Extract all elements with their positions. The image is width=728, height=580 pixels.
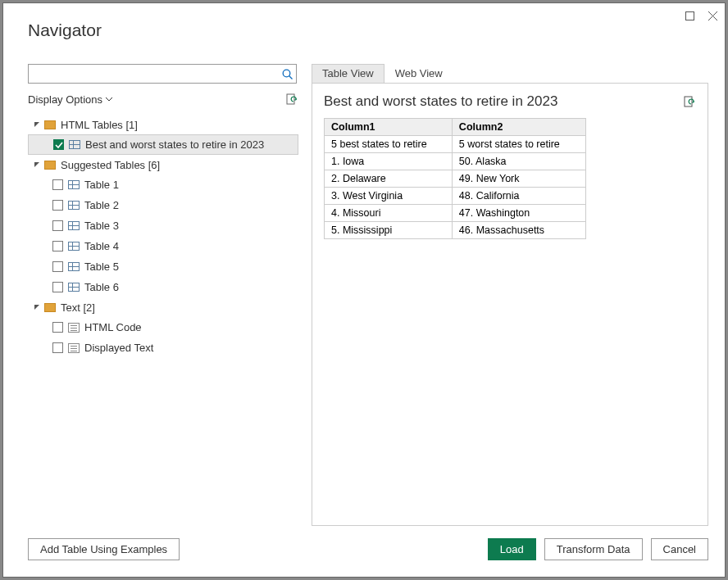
tree-item[interactable]: HTML Code [28,317,298,338]
table-icon [68,221,80,230]
display-options-row: Display Options [28,90,298,108]
content-area: Display Options HTML Tables [1]Best and … [28,64,708,526]
tree-item-label: Table 3 [84,220,119,232]
table-cell: 3. West Virginia [325,188,453,205]
table-cell: 1. Iowa [325,153,453,170]
text-icon [68,343,80,353]
table-cell: 47. Washington [452,205,585,222]
tree-folder[interactable]: Suggested Tables [6] [28,155,298,174]
tree-item-label: Best and worst states to retire in 2023 [85,138,264,151]
tree-folder[interactable]: HTML Tables [1] [28,115,298,134]
tree-item-label: Table 6 [84,281,119,293]
column-header[interactable]: Column1 [325,119,453,136]
table-row[interactable]: 2. Delaware49. New York [325,170,586,188]
chevron-down-icon [106,97,112,102]
checkbox[interactable] [53,139,64,150]
tree-item[interactable]: Table 1 [28,174,298,195]
table-cell: 4. Missouri [325,205,453,222]
caret-down-icon [33,161,41,169]
tree-item[interactable]: Table 3 [28,215,298,236]
folder-icon [44,120,56,129]
caret-down-icon [33,303,41,311]
maximize-button[interactable] [684,10,695,21]
load-button[interactable]: Load [488,538,536,560]
svg-rect-6 [685,97,692,106]
footer-right: Load Transform Data Cancel [488,538,708,560]
column-header[interactable]: Column2 [452,119,585,136]
preview-pane: Table View Web View Best and worst state… [312,64,708,526]
display-options-button[interactable]: Display Options [28,93,284,106]
table-cell: 5 best states to retire [325,136,453,153]
cancel-button[interactable]: Cancel [651,538,708,560]
checkbox[interactable] [52,282,63,292]
folder-label: Text [2] [61,301,95,314]
tree-item[interactable]: Displayed Text [28,338,298,358]
table-cell: 48. California [452,188,585,205]
text-icon [68,323,80,333]
tree-item-label: Table 1 [84,179,119,191]
preview-header: Best and worst states to retire in 2023 [324,93,696,110]
footer: Add Table Using Examples Load Transform … [28,538,708,560]
table-row[interactable]: 1. Iowa50. Alaska [325,153,586,170]
table-icon [68,242,80,251]
table-row[interactable]: 5 best states to retire5 worst states to… [325,136,586,153]
tree-item[interactable]: Table 4 [28,236,298,256]
checkbox[interactable] [52,179,63,190]
table-row[interactable]: 4. Missouri47. Washington [325,205,586,222]
checkbox[interactable] [52,220,63,231]
checkbox[interactable] [52,200,63,211]
checkbox[interactable] [52,342,63,353]
tree-item[interactable]: Table 5 [28,256,298,277]
add-table-examples-button[interactable]: Add Table Using Examples [28,538,180,560]
checkbox[interactable] [52,241,63,251]
preview-refresh-button[interactable] [681,94,696,109]
preview-table: Column1Column25 best states to retire5 w… [324,118,586,239]
table-icon [69,140,80,149]
navigator-tree-pane: Display Options HTML Tables [1]Best and … [28,64,298,526]
table-cell: 46. Massachusetts [452,222,585,239]
preview-tabs: Table View Web View [312,64,708,84]
svg-point-3 [283,70,290,77]
close-button[interactable] [707,10,718,21]
transform-data-button[interactable]: Transform Data [544,538,643,560]
tab-table-view[interactable]: Table View [312,64,384,84]
search-box [28,64,297,84]
tree-item-label: HTML Code [84,321,142,333]
navigator-tree: HTML Tables [1]Best and worst states to … [28,115,298,358]
table-icon [68,283,80,292]
refresh-icon [683,96,695,108]
maximize-icon [685,11,694,20]
refresh-icon [285,93,298,106]
table-row[interactable]: 3. West Virginia48. California [325,188,586,205]
tree-item[interactable]: Best and worst states to retire in 2023 [28,134,298,155]
tree-item[interactable]: Table 6 [28,277,298,297]
svg-rect-0 [685,11,694,20]
preview-title: Best and worst states to retire in 2023 [324,93,681,110]
svg-rect-5 [287,94,294,104]
tree-item-label: Displayed Text [84,342,153,354]
checkbox[interactable] [52,261,63,272]
table-icon [68,262,80,271]
folder-label: HTML Tables [1] [61,119,138,131]
tree-folder[interactable]: Text [2] [28,297,298,317]
folder-label: Suggested Tables [6] [61,159,160,171]
window-controls [684,10,718,21]
search-icon [282,69,293,79]
caret-down-icon [33,120,41,129]
tree-item-label: Table 4 [84,240,119,252]
table-cell: 49. New York [452,170,585,188]
close-icon [708,11,717,20]
search-input[interactable] [29,68,278,80]
search-button[interactable] [278,65,296,83]
refresh-button[interactable] [284,92,298,106]
navigator-dialog: Navigator Display Options [2,2,726,578]
tab-web-view[interactable]: Web View [384,64,453,84]
titlebar: Navigator [3,3,725,44]
table-row[interactable]: 5. Mississippi46. Massachusetts [325,222,586,239]
checkbox[interactable] [52,322,63,333]
tree-item-label: Table 5 [84,261,119,273]
table-cell: 5 worst states to retire [452,136,585,153]
tree-item[interactable]: Table 2 [28,195,298,215]
table-cell: 5. Mississippi [325,222,453,239]
table-icon [68,201,80,210]
